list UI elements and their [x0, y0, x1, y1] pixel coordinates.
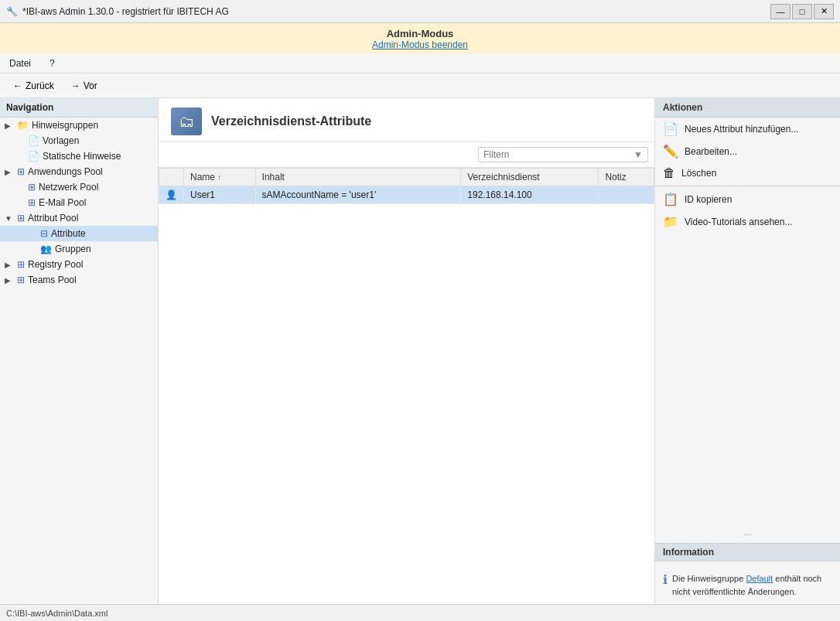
registry-icon: ⊞	[17, 259, 25, 270]
page-title: Verzeichnisdienst-Attribute	[211, 114, 371, 128]
sidebar-item-label: Attribut Pool	[28, 213, 78, 223]
sidebar-item-statische[interactable]: 📄 Statische Hinweise	[0, 148, 158, 164]
action-item-video[interactable]: 📁 Video-Tutorials ansehen...	[655, 210, 840, 233]
sidebar-item-vorlagen[interactable]: 📄 Vorlagen	[0, 133, 158, 148]
sidebar-item-label: Teams Pool	[28, 275, 77, 285]
sidebar-item-label: Gruppen	[55, 244, 91, 254]
sidebar-item-registrypool[interactable]: ▶ ⊞ Registry Pool	[0, 257, 158, 272]
app-icon: 🔧	[6, 6, 18, 17]
copy_id-label: ID kopieren	[685, 194, 732, 205]
information-header: Information	[655, 544, 840, 561]
sidebar-item-label: Anwendungs Pool	[28, 166, 103, 177]
window-controls: — □ ✕	[770, 4, 834, 19]
filter-input-wrapper: ▼	[478, 147, 648, 162]
sidebar-item-gruppen[interactable]: 👥 Gruppen	[0, 241, 158, 257]
info-circle-icon: ℹ	[663, 572, 668, 587]
page-header: 🗂 Verzeichnisdienst-Attribute	[159, 98, 654, 142]
network-icon: ⊞	[28, 182, 36, 193]
sidebar-item-label: Hinweisgruppen	[32, 120, 98, 131]
filter-funnel-icon: ▼	[633, 149, 643, 160]
directory-icon: 🗂	[179, 113, 194, 131]
table-row[interactable]: 👤 User1 sAMAccountName = 'user1' 192.168…	[159, 186, 654, 204]
col-header-notiz[interactable]: Notiz	[599, 169, 654, 186]
back-label: Zurück	[26, 80, 54, 91]
copy_id-icon: 📋	[663, 192, 678, 206]
sidebar-item-anwendungspool[interactable]: ▶ ⊞ Anwendungs Pool	[0, 164, 158, 179]
close-button[interactable]: ✕	[814, 4, 834, 19]
sidebar: Navigation ▶ 📁 Hinweisgruppen 📄 Vorlagen…	[0, 98, 159, 604]
actions-divider	[655, 186, 840, 186]
row-notiz-cell	[599, 186, 654, 204]
toolbar: ← Zurück → Vor	[0, 73, 840, 98]
sidebar-item-hinweisgruppen[interactable]: ▶ 📁 Hinweisgruppen	[0, 118, 158, 133]
forward-arrow-icon: →	[71, 80, 80, 91]
admin-banner: Admin-Modus Admin-Modus beenden	[0, 23, 840, 53]
page-icon: 📄	[28, 151, 39, 162]
sidebar-item-label: Vorlagen	[43, 135, 79, 146]
col-header-verzeichnisdienst[interactable]: Verzeichnisdienst	[461, 169, 599, 186]
new_attribute-icon: 📄	[663, 121, 678, 136]
info-text: Die Hinweisgruppe Default enthält noch n…	[672, 572, 832, 598]
right-panel: Aktionen 📄 Neues Attribut hinzufügen... …	[654, 98, 840, 604]
table-wrapper: Name ↑ Inhalt Verzeichnisdienst Notiz 👤 …	[159, 168, 654, 604]
sidebar-item-attributpool[interactable]: ▼ ⊞ Attribut Pool	[0, 210, 158, 226]
row-icon-cell: 👤	[159, 186, 184, 204]
admin-mode-title: Admin-Modus	[0, 28, 840, 39]
action-item-new_attribute[interactable]: 📄 Neues Attribut hinzufügen...	[655, 118, 840, 140]
panel-dots: ···	[655, 526, 840, 543]
actions-header: Aktionen	[655, 98, 840, 118]
expand-arrow-icon: ▼	[5, 214, 14, 223]
expand-arrow-icon: ▶	[5, 276, 14, 285]
teams-icon: ⊞	[17, 275, 25, 285]
information-panel: Information ℹ Die Hinweisgruppe Default …	[655, 543, 840, 604]
sidebar-item-label: Statische Hinweise	[43, 151, 121, 162]
navigation-header: Navigation	[0, 98, 158, 118]
sidebar-item-label: Attribute	[51, 228, 86, 239]
filter-bar: ▼	[159, 142, 654, 168]
admin-mode-deactivate-link[interactable]: Admin-Modus beenden	[0, 39, 840, 50]
back-button[interactable]: ← Zurück	[6, 77, 61, 94]
main-layout: Navigation ▶ 📁 Hinweisgruppen 📄 Vorlagen…	[0, 98, 840, 604]
info-text-before: Die Hinweisgruppe	[672, 574, 746, 583]
video-icon: 📁	[663, 214, 678, 229]
action-item-copy_id[interactable]: 📋 ID kopieren	[655, 188, 840, 210]
info-link[interactable]: Default	[746, 574, 773, 583]
attribute-icon: ⊟	[40, 228, 48, 239]
panel-spacer	[655, 233, 840, 526]
groups-icon: 👥	[40, 244, 52, 254]
expand-arrow-icon: ▶	[5, 261, 14, 269]
row-inhalt-cell: sAMAccountName = 'user1'	[255, 186, 461, 204]
row-name-cell: User1	[184, 186, 256, 204]
info-content: ℹ Die Hinweisgruppe Default enthält noch…	[663, 568, 832, 598]
minimize-button[interactable]: —	[770, 4, 790, 19]
menu-bar: Datei ?	[0, 53, 840, 73]
menu-help[interactable]: ?	[46, 56, 58, 70]
forward-button[interactable]: → Vor	[64, 77, 104, 94]
sidebar-item-netzwerkpool[interactable]: ⊞ Netzwerk Pool	[0, 179, 158, 195]
sidebar-item-label: E-Mail Pool	[39, 197, 86, 208]
action-item-delete[interactable]: 🗑 Löschen	[655, 162, 840, 184]
maximize-button[interactable]: □	[792, 4, 812, 19]
actions-list: 📄 Neues Attribut hinzufügen... ✏️ Bearbe…	[655, 118, 840, 233]
sidebar-item-attribute[interactable]: ⊟ Attribute	[0, 226, 158, 241]
col-header-inhalt[interactable]: Inhalt	[255, 169, 461, 186]
expand-arrow-icon: ▶	[5, 168, 14, 176]
menu-datei[interactable]: Datei	[6, 56, 34, 70]
filter-input[interactable]	[483, 149, 633, 160]
sidebar-item-emailpool[interactable]: ⊞ E-Mail Pool	[0, 195, 158, 210]
col-header-name[interactable]: Name ↑	[184, 169, 256, 186]
folder-icon: 📁	[17, 120, 29, 131]
edit-label: Bearbeiten...	[685, 146, 737, 157]
row-verzeichnisdienst-cell: 192.168.14.100	[461, 186, 599, 204]
status-path: C:\IBI-aws\Admin\Data.xml	[6, 609, 108, 618]
action-item-edit[interactable]: ✏️ Bearbeiten...	[655, 140, 840, 162]
sidebar-item-teamspool[interactable]: ▶ ⊞ Teams Pool	[0, 272, 158, 288]
email-icon: ⊞	[28, 197, 36, 208]
delete-label: Löschen	[681, 168, 716, 179]
delete-icon: 🗑	[663, 166, 675, 180]
attribute-pool-icon: ⊞	[17, 213, 25, 223]
page-icon: 📄	[28, 135, 39, 146]
edit-icon: ✏️	[663, 144, 678, 159]
forward-label: Vor	[84, 80, 97, 91]
title-bar: 🔧 *IBI-aws Admin 1.30.0 - registriert fü…	[0, 0, 840, 23]
